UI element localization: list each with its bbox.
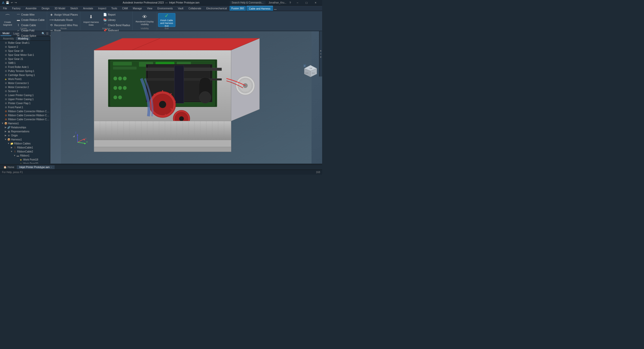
- reconnect-wire-pins-button[interactable]: ⟲ Reconnect Wire Pins: [48, 23, 79, 28]
- ribbon-tabs: File Factory Assemble Design 3D Model Sk…: [0, 6, 322, 11]
- close-button[interactable]: ×: [311, 0, 320, 6]
- tree-item[interactable]: ◈Work Point20: [0, 162, 50, 164]
- rendered-display-button[interactable]: 👁 Rendered DisplayVisibility: [134, 13, 156, 27]
- redo-icon[interactable]: ↪: [15, 1, 17, 4]
- handle-up[interactable]: ▲: [320, 49, 322, 52]
- tab-collaborate[interactable]: Collaborate: [186, 6, 204, 11]
- handle-middle[interactable]: ≡: [320, 53, 322, 55]
- tree-node-label: Spur Gear 21: [8, 58, 23, 60]
- file-tab-close[interactable]: ×: [51, 166, 52, 169]
- import-harness-button[interactable]: ⬇ Import HarnessData: [81, 12, 101, 28]
- tree-node-icon: ⚙: [4, 93, 8, 97]
- tab-design[interactable]: Design: [39, 6, 52, 11]
- tab-vault[interactable]: Vault: [175, 6, 186, 11]
- viewport[interactable]: Z X Y: [50, 31, 322, 164]
- home-tab[interactable]: 🏠 Home: [1, 165, 17, 169]
- minimize-button[interactable]: −: [293, 0, 302, 6]
- file-tab[interactable]: Inkjet Printer Prototype.iam ×: [17, 165, 55, 169]
- tab-electromechanical[interactable]: Electromechanical: [204, 6, 230, 11]
- tree-item[interactable]: ◈Work Point18: [0, 158, 50, 162]
- tree-item[interactable]: ▼📦Harness1: [0, 121, 50, 125]
- tab-file[interactable]: File: [1, 6, 10, 11]
- tree-item[interactable]: ⚙Spacer:2: [0, 45, 50, 49]
- create-segment-button[interactable]: ⌒ CreateSegment: [1, 12, 14, 28]
- tab-sketch[interactable]: Sketch: [68, 6, 81, 11]
- tree-expander[interactable]: ▶: [4, 126, 7, 129]
- main-area: Model Logic 🔍 ☰ Assembly Modeling ⚙Rolle…: [0, 31, 322, 164]
- tree-expander[interactable]: ▶: [4, 134, 7, 137]
- create-cable-button[interactable]: ⌇ Create Cable: [15, 23, 46, 28]
- create-wire-button[interactable]: 〰 Create Wire: [15, 12, 46, 17]
- tree-item[interactable]: ▼📁Ribbon Cables: [0, 141, 50, 145]
- tree-item[interactable]: ◈Work Point1: [0, 77, 50, 81]
- tab-annotate[interactable]: Annotate: [81, 6, 96, 11]
- app-icon: A: [2, 1, 4, 5]
- report-button[interactable]: 📄 Report: [102, 12, 131, 17]
- tree-item[interactable]: ▼▬Ribbon1: [0, 153, 50, 158]
- tree-item[interactable]: ⚙Ribbon Cable Connector Ribbon Cable Con…: [0, 113, 50, 117]
- tree-item[interactable]: ⚙Motor Connector:1: [0, 81, 50, 85]
- tree-item[interactable]: ▼📦Harness1: [0, 137, 50, 141]
- tree-item[interactable]: ⚙Ribbon Cable Connector Ribbon Cable Con…: [0, 117, 50, 121]
- undo-icon[interactable]: ↩: [11, 1, 13, 4]
- tab-environments[interactable]: Environments: [155, 6, 175, 11]
- tree-item[interactable]: ⚙Upper Printer Casing:1: [0, 97, 50, 101]
- tab-manage[interactable]: Manage: [130, 6, 144, 11]
- tree-item[interactable]: ▶▣Representations: [0, 129, 50, 133]
- tree-item[interactable]: ⚙Front Panel:1: [0, 105, 50, 109]
- ribbon-dot-menu[interactable]: •••: [274, 8, 277, 11]
- tree-node-label: SMB:1: [8, 62, 16, 64]
- tree-item[interactable]: ▼⌇RibbonCable2: [0, 149, 50, 153]
- tree-expander[interactable]: ▼: [7, 142, 10, 145]
- tree-expander[interactable]: ▼: [4, 138, 7, 141]
- tree-node-label: Printer Cover Flap:1: [8, 102, 30, 105]
- tree-item[interactable]: ▶🔗Relationships: [0, 125, 50, 129]
- tab-fusion360[interactable]: Fusion 360: [230, 6, 246, 11]
- tab-cable-harness[interactable]: Cable and Harness: [246, 6, 273, 11]
- tree-item[interactable]: ⚙Spur Gear 18: [0, 49, 50, 53]
- tree-item[interactable]: ⚙SMB:1: [0, 61, 50, 65]
- automatic-route-button[interactable]: ⟿ Automatic Route: [48, 17, 79, 22]
- help-icon[interactable]: ?: [289, 1, 291, 4]
- tree-item[interactable]: ⚙Printer Cover Flap:1: [0, 101, 50, 105]
- tree-expander[interactable]: ▼: [10, 150, 13, 153]
- tree-item[interactable]: ⚙Lower Printer Casing:1: [0, 93, 50, 97]
- tab-view[interactable]: View: [144, 6, 155, 11]
- tree-item[interactable]: ⚙Spur Gear 21: [0, 57, 50, 61]
- library-button[interactable]: 📚 Library: [102, 17, 131, 22]
- tab-cam[interactable]: CAM: [120, 6, 130, 11]
- tree-item[interactable]: ⚙Screen:1: [0, 89, 50, 93]
- finish-cable-harness-button[interactable]: ✓ Finish Cableand HarnessExit: [158, 13, 175, 27]
- viewcube[interactable]: TOP FRONT RIGHT ⌂: [303, 64, 318, 79]
- tree-area: ⚙Roller Gear Shaft:1 ⚙Spacer:2 ⚙Spur Gea…: [0, 41, 50, 164]
- tree-expander[interactable]: ▼: [13, 154, 16, 157]
- search-help-box[interactable]: Search Help & Commands...: [230, 1, 266, 5]
- tree-item[interactable]: ▶⌇RibbonCable1: [0, 145, 50, 149]
- tree-node-icon: ◈: [4, 77, 8, 81]
- cable-icon: ⌇: [16, 23, 20, 27]
- tab-tools[interactable]: Tools: [109, 6, 120, 11]
- tree-expander[interactable]: ▶: [4, 130, 7, 133]
- tree-expander[interactable]: ▼: [1, 122, 4, 125]
- create-splice-button[interactable]: ✂ Create Splice: [15, 33, 46, 38]
- tab-assemble[interactable]: Assemble: [23, 6, 39, 11]
- create-ribbon-cable-button[interactable]: ▬ Create Ribbon Cable: [15, 17, 46, 22]
- maximize-button[interactable]: □: [302, 0, 311, 6]
- tree-expander[interactable]: ▶: [10, 146, 13, 149]
- tab-3dmodel[interactable]: 3D Model: [52, 6, 68, 11]
- tree-node-label: Front Roller Axle:1: [8, 66, 29, 68]
- tree-item[interactable]: ⚙Spur Gear Motor Sub:1: [0, 53, 50, 57]
- tree-item[interactable]: ⚙Pulley Tension Spring:1: [0, 69, 50, 73]
- tab-factory[interactable]: Factory: [10, 6, 23, 11]
- tree-item[interactable]: ⚙Motor Connector:2: [0, 85, 50, 89]
- tab-inspect[interactable]: Inspect: [96, 6, 109, 11]
- tree-item[interactable]: ▶⊕Origin: [0, 133, 50, 137]
- tree-item[interactable]: ⚙Front Roller Axle:1: [0, 65, 50, 69]
- handle-down[interactable]: ▼: [320, 56, 322, 58]
- tree-node-label: Ribbon Cable Connector Ribbon Cable Conn…: [8, 118, 50, 121]
- tree-item[interactable]: ⚙Cartridge Base Spring:1: [0, 73, 50, 77]
- quick-save-icon[interactable]: 💾: [6, 1, 9, 4]
- check-bend-radius-button[interactable]: ⌒ Check Bend Radius: [102, 23, 131, 28]
- assign-virtual-places-button[interactable]: ◈ Assign Virtual Places: [48, 12, 79, 17]
- tree-item[interactable]: ⚙Ribbon Cable Connector Ribbon Cable Con…: [0, 109, 50, 113]
